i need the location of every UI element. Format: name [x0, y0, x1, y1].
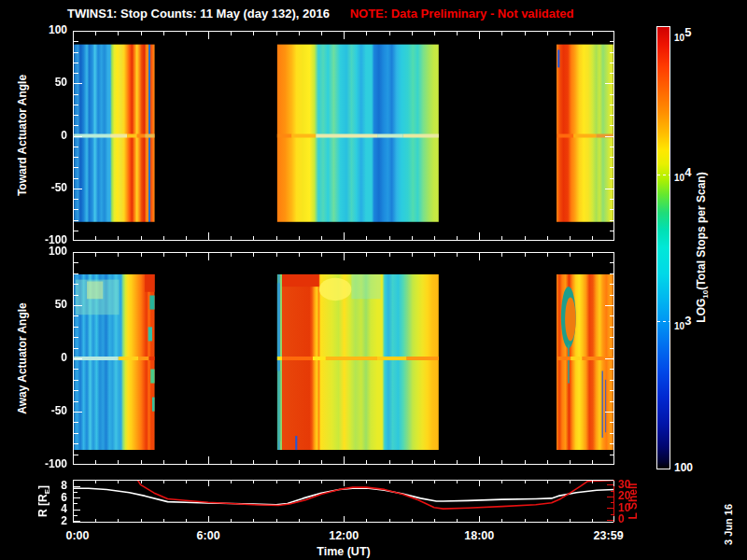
toward-panel-axes	[73, 31, 614, 241]
away-spectrogram-panel	[73, 252, 614, 465]
away-y-axis-label: Away Actuator Angle	[16, 302, 29, 414]
orbit-line-panel	[73, 480, 614, 523]
y-tick-label: 50	[55, 76, 67, 90]
preliminary-note: NOTE: Data Preliminary - Not validated	[350, 7, 574, 21]
y-tick-label: 0	[61, 129, 67, 143]
plot-title-row: TWINS1: Stop Counts: 11 May (day 132), 2…	[67, 7, 574, 21]
colorbar-tick-label: 105	[674, 25, 691, 45]
colorbar-tick-label: 103	[674, 314, 691, 333]
time-tick-label: 23:59	[594, 529, 624, 543]
toward-y-axis-label: Toward Actuator Angle	[16, 75, 29, 196]
away-panel-axes	[73, 252, 614, 465]
colorbar	[656, 26, 670, 469]
y-tick-label: -50	[51, 404, 67, 418]
y-tick-label: -50	[51, 181, 67, 195]
twins-stop-counts-plot: TWINS1: Stop Counts: 11 May (day 132), 2…	[0, 0, 747, 560]
colorbar-gradient	[657, 27, 669, 469]
time-tick-label: 18:00	[464, 529, 494, 543]
date-stamp: 3 Jun 16	[723, 504, 734, 545]
orbit-panel-axes	[73, 480, 614, 523]
colorbar-title: LOG10(Total Stops per Scan)	[695, 172, 710, 322]
colorbar-tick-label: 100	[674, 461, 693, 475]
time-tick-label: 0:00	[65, 529, 89, 543]
r-tick-label: 2	[61, 514, 67, 528]
time-tick-label: 12:00	[329, 529, 359, 543]
y-tick-label: 100	[49, 245, 67, 259]
y-tick-label: 50	[55, 298, 67, 312]
colorbar-tick-label: 104	[674, 165, 691, 185]
time-axis-label: Time (UT)	[317, 545, 370, 558]
r-axis-label: R [RE]	[36, 485, 51, 517]
time-tick-label: 6:00	[197, 529, 220, 543]
y-tick-label: -100	[45, 457, 67, 471]
toward-spectrogram-panel	[73, 31, 614, 241]
y-tick-label: 100	[49, 23, 67, 37]
plot-title: TWINS1: Stop Counts: 11 May (day 132), 2…	[67, 7, 330, 21]
y-tick-label: 0	[61, 351, 67, 365]
lshell-tick-label: 30	[618, 478, 630, 492]
